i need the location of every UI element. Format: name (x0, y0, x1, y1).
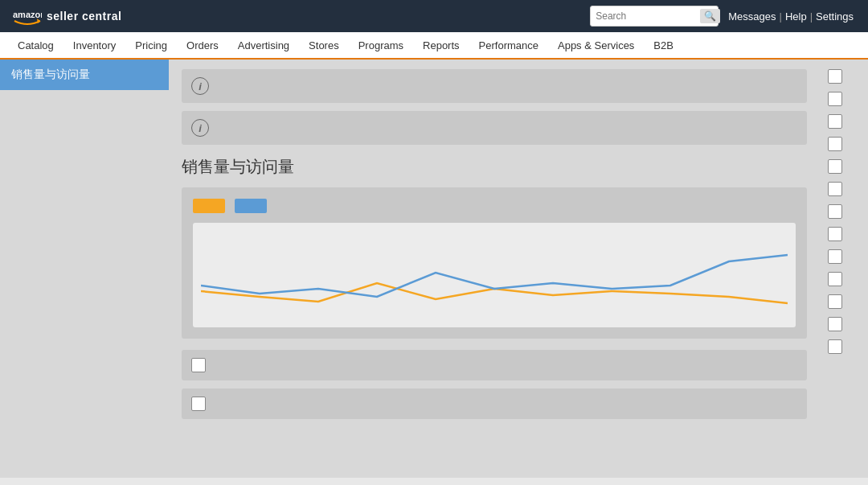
right-checkbox-10[interactable] (828, 272, 842, 286)
content-area: i i 销售量与访问量 (169, 60, 820, 478)
right-sidebar (820, 60, 868, 478)
top-right-area: 🔍 Messages | Help | Settings (590, 6, 855, 27)
main-layout: 销售量与访问量 i i 销售量与访问量 (0, 60, 868, 478)
chart-container (193, 223, 796, 327)
top-nav-links: Messages | Help | Settings (727, 10, 855, 23)
search-box[interactable]: 🔍 (590, 6, 719, 27)
right-checkbox-2[interactable] (828, 92, 842, 106)
search-button[interactable]: 🔍 (700, 9, 720, 23)
legend-orange-swatch (193, 199, 225, 213)
right-checkbox-8[interactable] (828, 227, 842, 241)
bottom-row-2 (182, 388, 807, 419)
section-title: 销售量与访问量 (182, 156, 807, 178)
left-sidebar: 销售量与访问量 (0, 60, 169, 478)
nav-orders[interactable]: Orders (177, 33, 228, 58)
right-checkbox-11[interactable] (828, 294, 842, 309)
nav-performance[interactable]: Performance (469, 33, 548, 58)
right-checkbox-13[interactable] (828, 339, 842, 354)
chart-svg (201, 231, 788, 319)
help-link[interactable]: Help (784, 10, 809, 23)
nav-b2b[interactable]: B2B (644, 33, 683, 58)
bottom-checkbox-2[interactable] (191, 397, 206, 411)
legend-row (193, 199, 796, 213)
sidebar-item-sales-visits[interactable]: 销售量与访问量 (0, 60, 169, 90)
right-checkbox-6[interactable] (828, 182, 842, 196)
svg-text:amazon: amazon (13, 10, 42, 19)
legend-orange (193, 199, 225, 213)
info-row-1: i (182, 69, 807, 103)
messages-link[interactable]: Messages (727, 10, 777, 23)
nav-apps-services[interactable]: Apps & Services (548, 33, 644, 58)
nav-bar: Catalog Inventory Pricing Orders Adverti… (0, 32, 868, 60)
right-checkbox-1[interactable] (828, 69, 842, 84)
logo-area: amazon seller central (13, 3, 121, 29)
nav-programs[interactable]: Programs (349, 33, 413, 58)
info-row-2: i (182, 111, 807, 145)
right-checkbox-5[interactable] (828, 159, 842, 174)
right-checkbox-4[interactable] (828, 137, 842, 151)
right-checkbox-12[interactable] (828, 317, 842, 331)
right-checkbox-7[interactable] (828, 204, 842, 219)
right-checkbox-3[interactable] (828, 114, 842, 129)
nav-catalog[interactable]: Catalog (8, 33, 63, 58)
nav-advertising[interactable]: Advertising (228, 33, 299, 58)
info-icon-2: i (191, 119, 209, 137)
legend-blue-swatch (235, 199, 267, 213)
right-checkbox-9[interactable] (828, 249, 842, 264)
nav-reports[interactable]: Reports (413, 33, 469, 58)
amazon-logo-icon: amazon (13, 3, 42, 29)
nav-inventory[interactable]: Inventory (63, 33, 125, 58)
bottom-row-1 (182, 350, 807, 380)
chart-card (182, 187, 807, 339)
settings-link[interactable]: Settings (814, 10, 855, 23)
top-bar: amazon seller central 🔍 Messages | Help … (0, 0, 868, 32)
nav-pricing[interactable]: Pricing (125, 33, 177, 58)
info-icon-1: i (191, 77, 209, 95)
legend-blue (235, 199, 267, 213)
nav-stores[interactable]: Stores (299, 33, 349, 58)
logo-text: seller central (47, 10, 121, 23)
bottom-checkbox-1[interactable] (191, 358, 206, 372)
search-input[interactable] (596, 10, 700, 22)
